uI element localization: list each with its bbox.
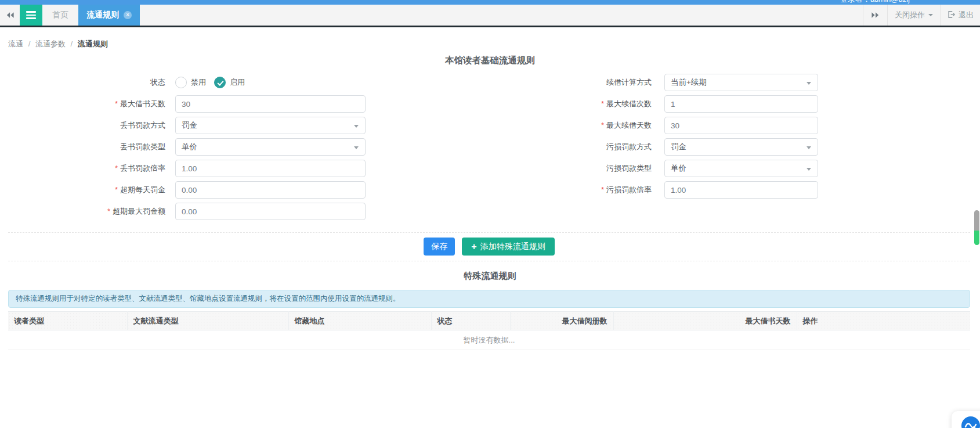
col-reader-type: 读者类型 (8, 312, 127, 330)
logout-label: 退出 (959, 10, 974, 20)
tab-circulation-rules-label: 流通规则 (86, 10, 119, 20)
basic-rules-form: 状态 禁用 启用 最大借书天数 丢书罚款方式 罚金 (0, 74, 980, 225)
select-value: 当前+续期 (671, 77, 707, 88)
lost-book-fine-rate-input[interactable] (175, 160, 366, 177)
collapse-tabs-button[interactable] (0, 5, 20, 26)
field-label: 状态 (90, 77, 165, 88)
tab-navbar: 首页 流通规则 ✕ 关闭操作 退出 (0, 5, 980, 27)
table-header-row: 读者类型 文献流通类型 馆藏地点 状态 最大借阅册数 最大借书天数 操作 (8, 312, 970, 330)
app-window: 登录者：admin@dzlj 首页 流通规则 ✕ 关闭操作 (0, 0, 980, 428)
breadcrumb-separator: / (28, 39, 31, 48)
form-row: 丢书罚款类型 单价 (90, 138, 366, 156)
form-row: 最大续借天数 (576, 117, 818, 134)
sidebar-toggle-button[interactable] (20, 5, 42, 26)
select-value: 罚金 (671, 142, 686, 152)
damage-fine-type-select[interactable]: 单价 (664, 160, 818, 177)
add-special-rule-label: 添加特殊流通规则 (480, 242, 545, 252)
field-label: 最大续借次数 (576, 99, 652, 109)
form-column-right: 续借计算方式 当前+续期 最大续借次数 最大续借天数 污损罚款方式 (576, 74, 818, 203)
caret-down-icon (354, 146, 359, 149)
select-value: 单价 (671, 163, 686, 174)
form-row: 丢书罚款方式 罚金 (90, 117, 366, 134)
close-tab-icon[interactable]: ✕ (124, 11, 132, 19)
form-row-status: 状态 禁用 启用 (90, 74, 366, 91)
overdue-max-fine-input[interactable] (175, 203, 366, 220)
select-value: 单价 (182, 142, 197, 152)
status-disabled-radio[interactable] (175, 77, 187, 88)
form-column-left: 状态 禁用 启用 最大借书天数 丢书罚款方式 罚金 (90, 74, 366, 224)
logout-button[interactable]: 退出 (940, 5, 980, 26)
scrollbar-thumb-green (974, 231, 979, 245)
breadcrumb: 流通 / 流通参数 / 流通规则 (0, 27, 980, 49)
forward-tabs-button[interactable] (863, 5, 887, 26)
field-label: 超期最大罚金额 (90, 206, 165, 217)
select-value: 罚金 (182, 120, 197, 131)
field-label: 污损罚款方式 (576, 142, 652, 152)
field-label: 丢书罚款类型 (90, 142, 165, 152)
plus-icon: + (471, 242, 476, 251)
damage-fine-rate-input[interactable] (664, 181, 818, 199)
renew-calc-method-select[interactable]: 当前+续期 (664, 74, 818, 91)
empty-data-text: 暂时没有数据... (8, 330, 970, 350)
overdue-daily-fine-input[interactable] (175, 181, 366, 199)
form-row: 污损罚款倍率 (576, 181, 818, 199)
top-banner: 登录者：admin@dzlj (0, 0, 980, 5)
caret-down-icon (354, 125, 359, 128)
breadcrumb-item-circulation-params[interactable]: 流通参数 (35, 39, 66, 48)
close-operations-dropdown[interactable]: 关闭操作 (887, 5, 940, 26)
field-label: 最大借书天数 (90, 99, 165, 109)
col-actions: 操作 (797, 312, 970, 330)
max-borrow-days-input[interactable] (175, 95, 366, 113)
wave-logo-icon (961, 416, 980, 428)
tab-circulation-rules[interactable]: 流通规则 ✕ (78, 5, 140, 26)
page-content: 流通 / 流通参数 / 流通规则 本馆读者基础流通规则 状态 禁用 启用 (0, 27, 980, 350)
col-max-borrow-count: 最大借阅册数 (510, 312, 613, 330)
empty-row: 暂时没有数据... (8, 330, 970, 350)
hamburger-icon (26, 11, 36, 19)
special-rules-info-text: 特殊流通规则用于对特定的读者类型、文献流通类型、馆藏地点设置流通规则，将在设置的… (16, 294, 400, 303)
navbar-right: 关闭操作 退出 (863, 5, 980, 26)
status-disabled-label: 禁用 (191, 77, 206, 88)
form-row: 超期最大罚金额 (90, 203, 366, 220)
field-label: 丢书罚款方式 (90, 120, 165, 131)
scrollbar-thumb[interactable] (974, 210, 979, 245)
status-radio-group: 禁用 启用 (175, 77, 253, 88)
form-row: 丢书罚款倍率 (90, 160, 366, 177)
lost-book-fine-type-select[interactable]: 单价 (175, 138, 366, 156)
tab-home[interactable]: 首页 (42, 5, 78, 26)
double-chevron-right-icon (871, 12, 880, 19)
col-max-borrow-days: 最大借书天数 (613, 312, 797, 330)
tab-home-label: 首页 (52, 10, 68, 20)
add-special-rule-button[interactable]: + 添加特殊流通规则 (462, 238, 554, 256)
close-operations-label: 关闭操作 (895, 10, 925, 20)
double-chevron-left-icon (6, 12, 15, 19)
damage-fine-method-select[interactable]: 罚金 (664, 138, 818, 156)
special-rules-table: 读者类型 文献流通类型 馆藏地点 状态 最大借阅册数 最大借书天数 操作 暂时没… (8, 311, 970, 350)
col-doc-circulation-type: 文献流通类型 (127, 312, 288, 330)
col-collection-location: 馆藏地点 (288, 312, 431, 330)
special-rules-info-banner: 特殊流通规则用于对特定的读者类型、文献流通类型、馆藏地点设置流通规则，将在设置的… (8, 290, 970, 308)
form-row: 最大借书天数 (90, 95, 366, 113)
caret-down-icon (807, 146, 811, 149)
save-button-label: 保存 (431, 242, 447, 252)
basic-rules-title: 本馆读者基础流通规则 (0, 55, 980, 67)
scrollbar-thumb-gray (974, 210, 979, 231)
lost-book-fine-method-select[interactable]: 罚金 (175, 117, 366, 134)
caret-down-icon (928, 14, 933, 16)
field-label: 污损罚款倍率 (576, 185, 652, 195)
field-label: 续借计算方式 (576, 77, 652, 88)
form-row: 续借计算方式 当前+续期 (576, 74, 818, 91)
field-label: 最大续借天数 (576, 120, 652, 131)
breadcrumb-item-circulation[interactable]: 流通 (8, 39, 23, 48)
breadcrumb-separator: / (71, 39, 73, 48)
max-renew-days-input[interactable] (664, 117, 818, 134)
status-enabled-label: 启用 (230, 77, 245, 88)
sign-out-icon (947, 10, 956, 20)
max-renew-times-input[interactable] (664, 95, 818, 113)
form-row: 最大续借次数 (576, 95, 818, 113)
floating-widget[interactable] (952, 411, 980, 428)
field-label: 超期每天罚金 (90, 185, 165, 195)
status-enabled-radio[interactable] (214, 77, 226, 88)
save-button[interactable]: 保存 (424, 238, 455, 256)
col-status: 状态 (431, 312, 510, 330)
